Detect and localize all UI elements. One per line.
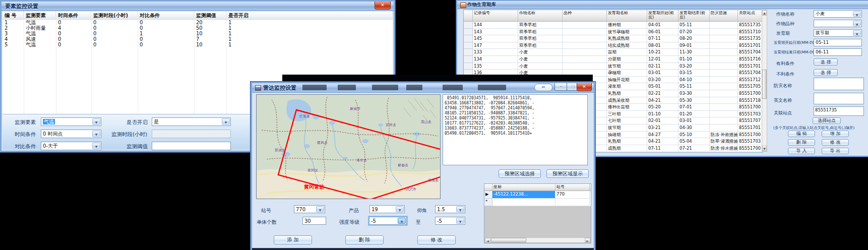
favorable-choose-button[interactable]: 选 择	[814, 58, 838, 66]
pick-stations-button[interactable]: 选择站点	[813, 117, 841, 124]
chevron-down-icon[interactable]: ▼	[456, 206, 464, 212]
chevron-down-icon[interactable]: ▼	[853, 11, 861, 17]
chevron-down-icon[interactable]: ▼	[222, 118, 230, 125]
start-date-input[interactable]: 05-11	[814, 39, 862, 46]
enabled-combo[interactable]: 是 ▼	[152, 117, 231, 126]
stations-input[interactable]: 85551735	[814, 106, 864, 116]
column-header[interactable]	[464, 10, 473, 21]
chevron-down-icon[interactable]: ▼	[92, 143, 100, 149]
scroll-left-icon[interactable]: ◄	[485, 238, 490, 242]
threshold-input[interactable]	[152, 142, 231, 150]
chevron-down-icon[interactable]: ▼	[456, 218, 464, 224]
resize-pill-icon[interactable]: ⇔	[534, 84, 552, 91]
station-label: 站号	[261, 207, 271, 214]
close-icon[interactable]: ✕	[577, 83, 592, 91]
region-grid-hscrollbar[interactable]: ◄ ►	[484, 237, 591, 243]
close-icon[interactable]: ✕	[375, 2, 391, 10]
crop-grid-vscrollbar[interactable]: ▲ ▼	[762, 10, 767, 152]
chevron-down-icon[interactable]: ▼	[396, 206, 404, 212]
column-header[interactable]: 站号	[555, 184, 590, 191]
end-date-input[interactable]: 06-11	[814, 48, 862, 56]
adverse-choose-button[interactable]: 选 择	[814, 69, 838, 76]
column-header[interactable]: 发育期名称	[607, 10, 647, 21]
radar-window-titlebar[interactable]: 雷达监控设置 ⇔ – ▢ ✕	[252, 83, 594, 93]
table-row[interactable]: 4风速00071	[3, 36, 393, 42]
column-header[interactable]: 监测要素	[24, 11, 56, 19]
column-header[interactable]: 关联站点	[738, 10, 763, 21]
chevron-down-icon[interactable]: ▼	[92, 131, 100, 137]
stage-combo[interactable]: 拔节期 ▼	[814, 29, 862, 37]
modify-region-button[interactable]: 修 改	[417, 235, 456, 244]
table-row[interactable]: 1气温000201	[3, 20, 393, 25]
column-header[interactable]	[484, 184, 492, 191]
variety-combo[interactable]: ▼	[814, 20, 862, 27]
column-header[interactable]: 编 号	[3, 11, 24, 19]
intensity-combo[interactable]: -5 ▼	[369, 217, 407, 225]
modify-record-button[interactable]: 修 改	[822, 139, 849, 146]
add-region-button[interactable]: 添 加	[274, 235, 312, 244]
grid-row[interactable]: ▶-45122.12238...770	[484, 191, 591, 199]
grid-row[interactable]: 135小麦拔节期02-1103-2085551701	[464, 63, 762, 70]
warning-region-select-button[interactable]: 预警区域选择	[499, 169, 541, 178]
compare-combo[interactable]: 0-大于 ▼	[41, 142, 101, 150]
delete-record-button[interactable]: 删 除	[788, 139, 815, 146]
grid-row[interactable]: 145双季早稻乳熟成熟期07-1108-2085551735	[464, 35, 762, 42]
station-combo[interactable]: 770 ▼	[294, 205, 325, 213]
map-panel[interactable]: 红安县麻城市罗田县英山县团风县浠水县蕲春县武穴市黄梅县新洲区黄州区 黄冈雷达	[256, 94, 441, 199]
table-row[interactable]: 2小时雨量400501	[3, 25, 393, 31]
scroll-right-icon[interactable]: ►	[585, 238, 590, 242]
cell: 08-20	[678, 35, 710, 42]
column-header[interactable]: 坐标	[492, 184, 555, 191]
crop-name-combo[interactable]: 小麦 ▼	[814, 10, 862, 18]
column-header[interactable]: 是否开启	[226, 11, 393, 19]
column-header[interactable]: 监测阈值	[194, 11, 226, 19]
grid-row[interactable]: 134小麦分蘖期12-0101-1085551716	[464, 56, 762, 63]
cell: 双季早稻	[518, 35, 563, 42]
chevron-down-icon[interactable]: ▼	[853, 21, 861, 26]
crop-grid-header: 记录编号作物名称品种发育期名称发育期开始(前后)发育期结束(前后)防灾措施关联站…	[464, 10, 762, 22]
table-row[interactable]: 3气温001101	[3, 31, 393, 36]
time-cond-combo[interactable]: 0 时间点 ▼	[41, 130, 101, 138]
intensity-to-combo[interactable]: -5 ▼	[435, 217, 465, 225]
cell-count-input[interactable]: 30	[302, 217, 326, 225]
scrollbar-thumb[interactable]	[491, 238, 526, 242]
chevron-down-icon[interactable]: ▼	[853, 30, 861, 36]
chevron-down-icon[interactable]: ▼	[398, 218, 406, 224]
edit-button[interactable]: 编 辑	[788, 131, 815, 137]
grid-row[interactable]: 133小麦苗期10-2111-3085551704	[464, 49, 762, 56]
column-header[interactable]: 发育期结束(前后)	[678, 10, 710, 21]
measures-input[interactable]	[814, 78, 864, 90]
column-header[interactable]: 品种	[563, 10, 607, 21]
grid-row[interactable]: 147双季早稻结实成熟期08-0109-0185551701	[464, 42, 762, 49]
column-header[interactable]: 防灾措施	[710, 10, 738, 21]
chevron-down-icon[interactable]: ▼	[316, 206, 324, 212]
scroll-down-icon[interactable]: ▼	[762, 146, 767, 151]
column-header[interactable]: 发育期开始(前后)	[647, 10, 678, 21]
product-combo[interactable]: 19 ▼	[369, 205, 405, 213]
scrollbar-thumb[interactable]	[762, 70, 767, 99]
element-combo[interactable]: 气温 ▼	[41, 117, 101, 126]
column-header[interactable]: 记录编号	[473, 10, 518, 21]
elevation-combo[interactable]: 1.5 ▼	[435, 205, 465, 213]
element-window-titlebar[interactable]: 要素监控设置 ✕	[2, 2, 394, 11]
cell: 04-21	[647, 97, 678, 104]
minimize-icon[interactable]: –	[554, 83, 568, 91]
export-button[interactable]: 导 出	[822, 148, 849, 154]
warning-region-show-button[interactable]: 预警区域显示	[546, 169, 589, 178]
grid-row[interactable]: *	[484, 199, 591, 206]
grid-row[interactable]: 144双季早稻播种期04-0105-1185551735	[464, 22, 762, 29]
column-header[interactable]: 监测时段(小时)	[91, 11, 138, 19]
region-coordinates-box[interactable]: 05491.0172034571, 905914.11175410, 63458…	[443, 94, 588, 165]
column-header[interactable]: 时间条件	[56, 11, 91, 19]
name-en-input[interactable]	[814, 93, 864, 104]
delete-region-button[interactable]: 删 除	[345, 235, 384, 244]
add-record-button[interactable]: 增 加	[822, 131, 849, 137]
grid-row[interactable]: 143双季早稻拔节孕穗期06-0107-2085551710	[464, 29, 762, 36]
column-header[interactable]: 作物名称	[518, 10, 563, 21]
chevron-down-icon[interactable]: ▼	[92, 118, 100, 125]
period-input[interactable]	[152, 130, 231, 138]
table-row[interactable]: 5气温000101	[3, 42, 393, 47]
import-button[interactable]: 导 入	[788, 148, 815, 154]
scroll-up-icon[interactable]: ▲	[762, 10, 767, 16]
column-header[interactable]: 对比条件	[138, 11, 194, 19]
